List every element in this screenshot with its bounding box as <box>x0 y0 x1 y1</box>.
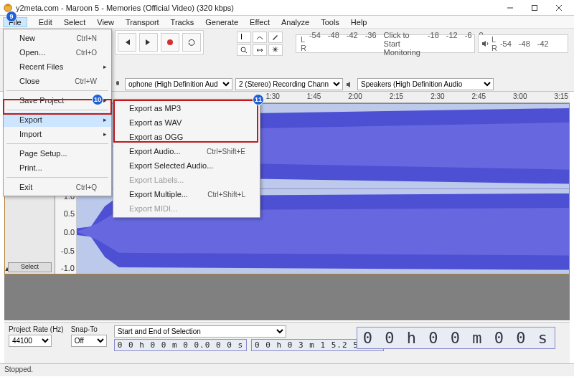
menu-edit[interactable]: Edit <box>33 17 58 27</box>
selection-mode-select[interactable]: Start and End of Selection <box>114 325 286 338</box>
skip-end-button[interactable] <box>139 33 158 52</box>
project-rate-label: Project Rate (Hz) <box>9 325 64 333</box>
skip-start-button[interactable] <box>118 33 136 52</box>
track-select-button[interactable]: Select <box>8 262 52 272</box>
menu-effect[interactable]: Effect <box>244 17 276 27</box>
svg-rect-2 <box>532 5 537 10</box>
file-menu-open[interactable]: Open...Ctrl+O <box>4 45 111 59</box>
selection-tool[interactable]: I <box>237 32 251 43</box>
menu-generate[interactable]: Generate <box>199 17 244 27</box>
file-menu-print[interactable]: Print... <box>4 161 111 175</box>
snap-to-label: Snap-To <box>71 325 107 333</box>
export-multiple[interactable]: Export Multiple...Ctrl+Shift+L <box>113 187 260 201</box>
file-menu-exit[interactable]: ExitCtrl+Q <box>4 180 111 194</box>
transport-toolbar <box>115 30 204 54</box>
file-menu-recent[interactable]: Recent Files▸ <box>4 59 111 74</box>
callout-badge-9: 9 <box>6 11 17 22</box>
svg-line-8 <box>245 51 247 53</box>
empty-track-area[interactable] <box>4 274 570 320</box>
menu-view[interactable]: View <box>91 17 120 27</box>
zoom-tool[interactable] <box>237 44 251 56</box>
recording-device-select[interactable]: ophone (High Definition Aud <box>125 78 232 90</box>
status-bar: Stopped. <box>0 363 574 376</box>
callout-badge-10: 10 <box>92 94 103 105</box>
playback-device-select[interactable]: Speakers (High Definition Audio <box>357 78 494 90</box>
playback-meter[interactable]: LR -54-48-42 <box>478 34 568 53</box>
export-submenu: Export as MP3 Export as WAV Export as OG… <box>113 99 260 218</box>
minimize-button[interactable] <box>498 1 522 15</box>
export-labels: Export Labels... <box>113 173 260 187</box>
selection-start-time[interactable]: 0 0 h 0 0 m 0 0.0 0 0 s <box>114 339 247 351</box>
multi-tool[interactable]: ✳ <box>268 44 283 56</box>
titlebar: y2meta.com - Maroon 5 - Memories (Offici… <box>0 0 574 16</box>
project-rate-select[interactable]: 44100 <box>9 335 52 347</box>
record-button[interactable] <box>161 33 179 52</box>
svg-point-5 <box>167 39 173 45</box>
audio-position-time[interactable]: 0 0 h 0 0 m 0 0 s <box>357 327 555 349</box>
menu-help[interactable]: Help <box>345 17 373 27</box>
selection-toolbar: Project Rate (Hz) 44100 Snap-To Off Star… <box>4 322 570 363</box>
menu-tools[interactable]: Tools <box>315 17 345 27</box>
recording-meter[interactable]: LR -54-48-42-36 Click to Start Monitorin… <box>296 34 475 53</box>
export-midi: Export MIDI... <box>113 201 260 216</box>
file-menu-new[interactable]: NewCtrl+N <box>4 31 111 45</box>
export-selected-audio[interactable]: Export Selected Audio... <box>113 158 260 173</box>
speaker-icon <box>481 39 490 48</box>
recording-channels-select[interactable]: 2 (Stereo) Recording Chann <box>235 78 343 90</box>
mic-icon <box>113 80 122 89</box>
speaker-icon <box>346 80 354 89</box>
file-menu-import[interactable]: Import▸ <box>4 127 111 141</box>
svg-rect-41 <box>116 81 119 85</box>
menu-transport[interactable]: Transport <box>120 17 165 27</box>
menu-analyze[interactable]: Analyze <box>276 17 315 27</box>
draw-tool[interactable] <box>268 32 283 43</box>
export-wav[interactable]: Export as WAV <box>113 115 260 130</box>
loop-button[interactable] <box>182 33 201 52</box>
close-button[interactable] <box>547 1 571 15</box>
callout-badge-11: 11 <box>253 94 264 105</box>
window-title: y2meta.com - Maroon 5 - Memories (Offici… <box>16 4 498 12</box>
file-menu-export[interactable]: Export▸ <box>4 113 111 127</box>
file-menu-close[interactable]: CloseCtrl+W <box>4 74 111 88</box>
svg-text:✳: ✳ <box>272 47 278 54</box>
menu-tracks[interactable]: Tracks <box>165 17 200 27</box>
svg-text:I: I <box>240 34 243 41</box>
export-ogg[interactable]: Export as OGG <box>113 130 260 144</box>
export-audio[interactable]: Export Audio...Ctrl+Shift+E <box>113 144 260 158</box>
export-mp3[interactable]: Export as MP3 <box>113 101 260 115</box>
file-menu-page-setup[interactable]: Page Setup... <box>4 146 111 161</box>
tool-palette: I ✳ <box>237 32 287 56</box>
envelope-tool[interactable] <box>253 32 267 43</box>
timeshift-tool[interactable] <box>253 44 267 56</box>
snap-to-select[interactable]: Off <box>71 335 107 347</box>
menubar: File Edit Select View Transport Tracks G… <box>0 16 574 29</box>
file-menu-dropdown: NewCtrl+N Open...Ctrl+O Recent Files▸ Cl… <box>3 29 112 196</box>
maximize-button[interactable] <box>522 1 547 15</box>
menu-select[interactable]: Select <box>58 17 92 27</box>
